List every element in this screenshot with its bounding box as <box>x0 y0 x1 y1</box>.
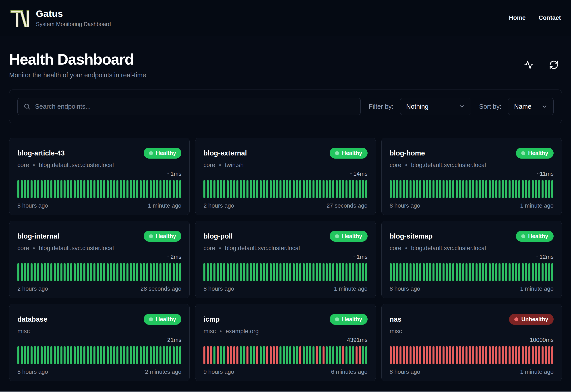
status-bar[interactable] <box>50 180 52 198</box>
status-bar[interactable] <box>525 180 527 198</box>
status-bar[interactable] <box>532 180 534 198</box>
status-bar[interactable] <box>409 263 411 281</box>
status-bar[interactable] <box>166 180 168 198</box>
status-bar[interactable] <box>220 346 222 364</box>
status-bar[interactable] <box>356 346 358 364</box>
status-bar[interactable] <box>286 346 288 364</box>
status-bar[interactable] <box>339 180 341 198</box>
status-bar[interactable] <box>230 346 232 364</box>
status-bar[interactable] <box>173 180 175 198</box>
status-bar[interactable] <box>34 263 36 281</box>
status-bar[interactable] <box>289 263 291 281</box>
status-bar[interactable] <box>123 180 125 198</box>
status-bar[interactable] <box>110 346 112 364</box>
status-bar[interactable] <box>548 346 550 364</box>
status-bar[interactable] <box>236 346 239 364</box>
status-bar[interactable] <box>50 263 52 281</box>
status-bar[interactable] <box>485 180 487 198</box>
status-bar[interactable] <box>423 346 425 364</box>
filter-select[interactable]: Nothing <box>400 98 471 115</box>
status-bar[interactable] <box>538 346 540 364</box>
status-bar[interactable] <box>299 180 301 198</box>
status-bar[interactable] <box>399 346 402 364</box>
status-bar[interactable] <box>47 263 49 281</box>
status-bar[interactable] <box>522 263 524 281</box>
status-bar[interactable] <box>505 346 507 364</box>
status-bar[interactable] <box>528 263 530 281</box>
status-bar[interactable] <box>496 346 497 364</box>
status-bar[interactable] <box>528 346 530 364</box>
status-bar[interactable] <box>80 263 82 281</box>
status-bar[interactable] <box>346 346 347 364</box>
status-bar[interactable] <box>332 263 334 281</box>
status-bar[interactable] <box>156 346 158 364</box>
status-bar[interactable] <box>87 346 89 364</box>
status-bar[interactable] <box>346 180 347 198</box>
status-bar[interactable] <box>459 346 461 364</box>
status-bar[interactable] <box>113 346 115 364</box>
status-bar[interactable] <box>406 180 408 198</box>
status-bar[interactable] <box>140 180 142 198</box>
status-bar[interactable] <box>532 263 534 281</box>
status-bar[interactable] <box>263 180 265 198</box>
status-bar[interactable] <box>266 180 268 198</box>
status-bar[interactable] <box>293 180 295 198</box>
status-bar[interactable] <box>426 180 428 198</box>
status-bar[interactable] <box>156 263 158 281</box>
status-bar[interactable] <box>123 346 125 364</box>
status-bar[interactable] <box>83 346 85 364</box>
status-bar[interactable] <box>246 180 248 198</box>
status-bar[interactable] <box>57 263 59 281</box>
status-bar[interactable] <box>538 263 540 281</box>
status-bar[interactable] <box>100 263 102 281</box>
status-bar[interactable] <box>399 180 402 198</box>
status-bar[interactable] <box>489 263 491 281</box>
status-bar[interactable] <box>230 263 232 281</box>
status-bar[interactable] <box>532 346 534 364</box>
endpoint-card-nas[interactable]: nas Unhealthy misc ~10000ms 8 hours ago … <box>381 304 562 381</box>
status-bar[interactable] <box>90 263 92 281</box>
status-bar[interactable] <box>429 263 431 281</box>
status-bar[interactable] <box>60 263 62 281</box>
status-bar[interactable] <box>67 346 69 364</box>
status-bar[interactable] <box>515 346 517 364</box>
status-bar[interactable] <box>462 180 464 198</box>
status-bar[interactable] <box>426 346 428 364</box>
status-bar[interactable] <box>107 180 109 198</box>
status-bar[interactable] <box>406 263 408 281</box>
status-bar[interactable] <box>390 263 392 281</box>
status-bar[interactable] <box>246 263 248 281</box>
status-bar[interactable] <box>47 180 49 198</box>
status-bar[interactable] <box>429 346 431 364</box>
status-bar[interactable] <box>100 346 102 364</box>
status-bar[interactable] <box>260 346 262 364</box>
status-bar[interactable] <box>429 180 431 198</box>
status-bar[interactable] <box>362 346 364 364</box>
status-bar[interactable] <box>93 180 95 198</box>
status-bar[interactable] <box>97 180 99 198</box>
status-bar[interactable] <box>47 346 49 364</box>
status-bar[interactable] <box>140 263 142 281</box>
status-bar[interactable] <box>240 180 242 198</box>
status-bar[interactable] <box>492 180 494 198</box>
status-bar[interactable] <box>87 263 89 281</box>
status-bar[interactable] <box>396 180 398 198</box>
status-bar[interactable] <box>44 180 46 198</box>
status-bar[interactable] <box>146 263 148 281</box>
status-bar[interactable] <box>179 180 181 198</box>
status-bar[interactable] <box>496 263 497 281</box>
status-bar[interactable] <box>346 263 347 281</box>
status-bar[interactable] <box>502 263 504 281</box>
status-bar[interactable] <box>37 263 39 281</box>
status-bar[interactable] <box>452 180 454 198</box>
status-bar[interactable] <box>443 263 445 281</box>
status-bar[interactable] <box>123 263 125 281</box>
status-bar[interactable] <box>476 346 478 364</box>
status-bar[interactable] <box>489 180 491 198</box>
status-bar[interactable] <box>518 180 520 198</box>
status-bar[interactable] <box>423 180 425 198</box>
status-bar[interactable] <box>496 180 497 198</box>
status-bar[interactable] <box>203 180 205 198</box>
status-bar[interactable] <box>362 263 364 281</box>
status-bar[interactable] <box>538 180 540 198</box>
